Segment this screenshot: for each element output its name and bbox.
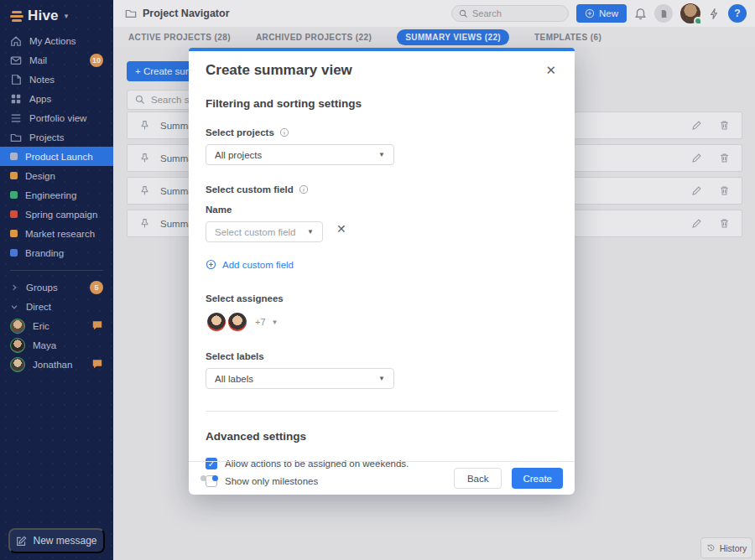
plus-circle-icon bbox=[206, 259, 216, 270]
back-button[interactable]: Back bbox=[454, 468, 502, 489]
assignee-more-count: +7 bbox=[255, 317, 266, 327]
select-projects-value: All projects bbox=[215, 150, 262, 160]
advanced-heading: Advanced settings bbox=[206, 430, 558, 443]
chevron-down-icon: ▼ bbox=[378, 151, 385, 158]
info-icon[interactable] bbox=[279, 127, 289, 137]
select-custom-field-label: Select custom field bbox=[206, 184, 558, 194]
modal-footer: Back Create bbox=[189, 461, 575, 495]
assignee-picker[interactable]: +7 ▼ bbox=[206, 311, 558, 333]
custom-field-placeholder: Select custom field bbox=[215, 227, 296, 237]
create-summary-view-modal: Create summary view ✕ Filtering and sort… bbox=[189, 48, 575, 495]
select-assignees-label: Select assignees bbox=[206, 293, 558, 303]
select-labels-value: All labels bbox=[215, 374, 253, 384]
info-icon[interactable] bbox=[299, 184, 309, 194]
step-dot[interactable] bbox=[200, 475, 206, 481]
select-labels-dropdown[interactable]: All labels ▼ bbox=[206, 368, 394, 389]
step-dot[interactable] bbox=[212, 475, 218, 481]
modal-title: Create summary view bbox=[206, 62, 352, 79]
add-custom-field-button[interactable]: Add custom field bbox=[206, 259, 294, 270]
select-projects-label: Select projects bbox=[206, 127, 558, 137]
modal-divider bbox=[206, 411, 558, 412]
select-labels-label: Select labels bbox=[206, 351, 558, 361]
avatar bbox=[206, 311, 227, 333]
chevron-down-icon: ▼ bbox=[378, 375, 385, 382]
create-button[interactable]: Create bbox=[512, 468, 563, 489]
step-dots bbox=[200, 475, 218, 481]
select-projects-dropdown[interactable]: All projects ▼ bbox=[206, 144, 394, 165]
filtering-heading: Filtering and sorting settings bbox=[206, 97, 558, 110]
chevron-down-icon: ▼ bbox=[307, 228, 314, 236]
remove-custom-field-icon[interactable]: ✕ bbox=[336, 222, 346, 236]
close-icon[interactable]: ✕ bbox=[544, 62, 558, 78]
avatar bbox=[226, 311, 248, 333]
custom-field-dropdown[interactable]: Select custom field ▼ bbox=[206, 221, 323, 242]
chevron-down-icon: ▼ bbox=[272, 319, 279, 326]
custom-field-name-label: Name bbox=[206, 205, 558, 215]
